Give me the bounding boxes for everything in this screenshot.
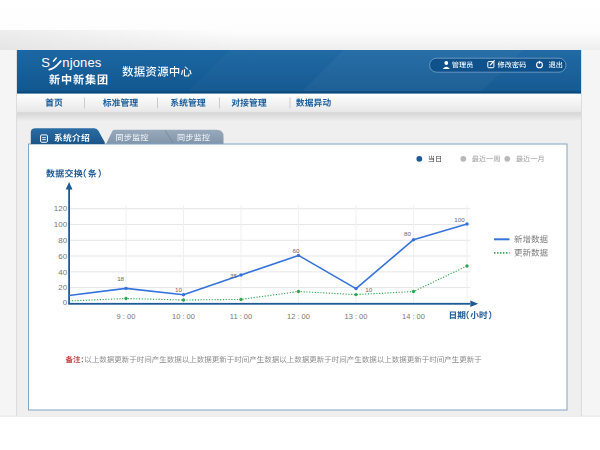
svg-text:18: 18 [117, 275, 124, 282]
svg-text:12 : 00: 12 : 00 [287, 312, 310, 321]
svg-text:10: 10 [365, 286, 372, 293]
svg-text:100: 100 [54, 220, 68, 229]
svg-text:20: 20 [58, 283, 67, 292]
svg-text:11 : 00: 11 : 00 [230, 312, 252, 321]
svg-text:S: S [41, 55, 50, 70]
svg-text:9 : 00: 9 : 00 [117, 312, 136, 321]
svg-text:35: 35 [230, 272, 237, 279]
svg-text:13 : 00: 13 : 00 [345, 312, 368, 321]
svg-text:60: 60 [58, 252, 67, 261]
svg-text:njones: njones [62, 55, 102, 70]
svg-text:10: 10 [175, 286, 182, 293]
svg-text:60: 60 [293, 247, 300, 254]
svg-text:10 : 00: 10 : 00 [172, 312, 195, 321]
svg-text:80: 80 [404, 230, 411, 237]
svg-text:120: 120 [54, 204, 68, 213]
svg-text:0: 0 [63, 298, 68, 307]
svg-text:40: 40 [58, 268, 67, 277]
svg-text:14 : 00: 14 : 00 [402, 312, 425, 321]
svg-text:80: 80 [58, 236, 67, 245]
svg-text:100: 100 [454, 216, 465, 223]
